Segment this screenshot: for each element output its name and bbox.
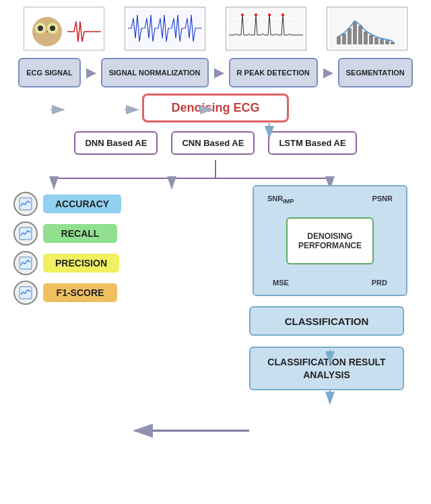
f1-score-label: F1-SCORE (43, 283, 117, 302)
snr-label: SNRIMP (267, 194, 294, 205)
segmentation-image (327, 7, 407, 50)
classification-box: CLASSIFICATION (249, 306, 404, 336)
ecg-owl-image (24, 7, 104, 50)
dnn-ae-label: DNN Based AE (85, 138, 147, 148)
top-images-row (0, 0, 431, 54)
classification-label: CLASSIFICATION (285, 316, 369, 327)
arrow-3: ▶ (318, 66, 338, 79)
signal-norm-label: SIGNAL NORMALIZATION (109, 69, 201, 77)
dnn-ae-box: DNN Based AE (74, 131, 158, 155)
f1-score-icon (13, 281, 38, 305)
classification-row: CLASSIFICATION (0, 306, 431, 343)
svg-point-28 (268, 13, 271, 16)
svg-rect-36 (364, 32, 368, 44)
svg-rect-39 (380, 39, 384, 44)
cnn-ae-label: CNN Based AE (182, 138, 244, 148)
f1-score-item: F1-SCORE (13, 281, 121, 305)
precision-item: PRECISION (13, 251, 121, 275)
lstm-ae-label: LSTM Based AE (279, 138, 345, 148)
segmentation-box: SEGMENTATION (338, 58, 413, 87)
accuracy-icon (13, 192, 38, 216)
segmentation-label: SEGMENTATION (346, 69, 405, 77)
precision-label: PRECISION (43, 254, 119, 273)
svg-point-29 (281, 13, 284, 16)
svg-rect-40 (385, 40, 389, 44)
svg-rect-33 (347, 28, 352, 44)
svg-rect-32 (342, 34, 346, 44)
denoising-box: Denoising ECG (142, 94, 288, 122)
svg-point-27 (255, 13, 257, 16)
accuracy-label: ACCURACY (43, 194, 121, 213)
signal-wave-image (125, 7, 205, 50)
performance-area: SNRIMP PSNR DENOISING PERFORMANCE MSE PR… (253, 185, 407, 296)
r-peak-image (226, 7, 306, 50)
signal-norm-box: SIGNAL NORMALIZATION (101, 58, 209, 87)
recall-item: RECALL (13, 221, 121, 246)
ecg-signal-label: ECG SIGNAL (26, 69, 72, 77)
svg-rect-41 (391, 42, 395, 44)
cra-row: CLASSIFICATION RESULT ANALYSIS (0, 347, 431, 394)
svg-rect-31 (337, 36, 341, 44)
denoising-performance-box: DENOISING PERFORMANCE (286, 217, 374, 264)
mse-label: MSE (273, 279, 289, 287)
svg-point-26 (241, 13, 244, 16)
svg-rect-37 (369, 35, 373, 44)
diagram-container: ECG SIGNAL ▶ SIGNAL NORMALIZATION ▶ R PE… (0, 0, 431, 504)
svg-rect-34 (353, 22, 357, 44)
cra-label: CLASSIFICATION RESULT ANALYSIS (251, 356, 403, 380)
ae-row: DNN Based AE CNN Based AE LSTM Based AE (0, 124, 431, 161)
r-peak-box: R PEAK DETECTION (229, 58, 318, 87)
ecg-signal-box: ECG SIGNAL (18, 58, 80, 87)
denoising-label: Denoising ECG (171, 101, 259, 114)
svg-rect-38 (374, 38, 378, 44)
denoising-row: Denoising ECG (0, 91, 431, 124)
recall-icon (13, 221, 38, 246)
psnr-label: PSNR (372, 194, 393, 203)
svg-point-20 (50, 26, 55, 31)
cra-box: CLASSIFICATION RESULT ANALYSIS (249, 347, 404, 390)
accuracy-item: ACCURACY (13, 192, 121, 216)
r-peak-label: R PEAK DETECTION (237, 69, 310, 77)
metrics-column: ACCURACY RECALL (13, 192, 121, 305)
arrow-2: ▶ (209, 66, 229, 79)
denoising-performance-label: DENOISING PERFORMANCE (288, 231, 372, 250)
recall-label: RECALL (43, 224, 117, 243)
prd-label: PRD (372, 279, 387, 287)
signal-boxes-row: ECG SIGNAL ▶ SIGNAL NORMALIZATION ▶ R PE… (0, 54, 431, 91)
arrow-1: ▶ (81, 66, 101, 79)
cnn-ae-box: CNN Based AE (171, 131, 255, 155)
lstm-ae-box: LSTM Based AE (268, 131, 356, 155)
precision-icon (13, 251, 38, 275)
performance-outer-box: SNRIMP PSNR DENOISING PERFORMANCE MSE PR… (253, 185, 407, 296)
svg-rect-35 (358, 26, 362, 44)
svg-point-18 (38, 26, 43, 31)
svg-rect-23 (229, 8, 303, 48)
